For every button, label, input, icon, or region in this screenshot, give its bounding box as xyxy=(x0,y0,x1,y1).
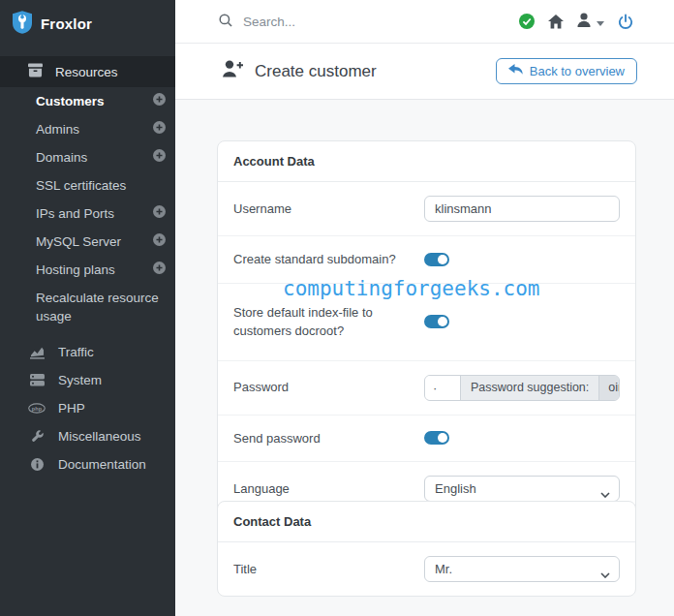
sidebar-item-label: Customers xyxy=(36,92,153,110)
section-title-contact-data: Contact Data xyxy=(218,502,635,542)
server-icon xyxy=(28,374,46,386)
topbar xyxy=(175,0,674,44)
sidebar-item-miscellaneous[interactable]: Miscellaneous xyxy=(0,422,175,450)
language-select[interactable]: English xyxy=(424,476,620,502)
sidebar-item-customers[interactable]: Customers xyxy=(0,87,175,115)
sidebar-item-resources[interactable]: Resources xyxy=(0,56,175,87)
plus-circle-icon[interactable] xyxy=(153,148,166,167)
sidebar-item-label: System xyxy=(58,371,107,389)
content-area: Account Data Username Create standard su… xyxy=(175,101,674,616)
sidebar-item-label: PHP xyxy=(58,399,91,417)
user-menu[interactable] xyxy=(577,13,604,30)
password-input-group: Password suggestion: oin xyxy=(424,375,620,401)
title-select[interactable]: Mr. xyxy=(424,556,620,582)
sidebar-item-label: Hosting plans xyxy=(36,261,153,279)
sidebar-item-admins[interactable]: Admins xyxy=(0,115,175,143)
page-header: Create customer Back to overview xyxy=(175,44,674,100)
sidebar-item-domains[interactable]: Domains xyxy=(0,143,175,171)
froxlor-shield-icon xyxy=(13,11,32,37)
home-icon[interactable] xyxy=(548,15,564,29)
page-title-block: Create customer xyxy=(222,60,377,82)
sidebar: Froxlor Resources Customers Admins xyxy=(0,0,175,616)
send-password-label: Send password xyxy=(233,429,321,448)
send-password-toggle[interactable] xyxy=(424,431,449,445)
store-default-index-label: Store default index-file to customers do… xyxy=(233,303,422,341)
brand-name: Froxlor xyxy=(41,15,92,32)
user-icon xyxy=(577,13,591,30)
sidebar-item-php[interactable]: php PHP xyxy=(0,394,175,422)
form-row-store-default-index: Store default index-file to customers do… xyxy=(218,283,635,360)
search-box[interactable] xyxy=(219,14,427,30)
title-label: Title xyxy=(233,560,257,579)
info-icon xyxy=(28,458,46,471)
plus-circle-icon[interactable] xyxy=(153,232,166,251)
search-input[interactable] xyxy=(243,15,427,29)
person-plus-icon xyxy=(222,60,244,82)
sidebar-item-system[interactable]: System xyxy=(0,366,175,394)
sidebar-item-label: Traffic xyxy=(58,343,100,361)
sidebar-item-label: Resources xyxy=(55,65,118,79)
search-icon xyxy=(219,14,232,30)
status-check-icon[interactable] xyxy=(519,14,535,29)
sidebar-item-label: Recalculate resource usage xyxy=(36,289,166,325)
password-suggestion-label: Password suggestion: xyxy=(461,376,598,400)
username-label: Username xyxy=(233,200,291,219)
language-label: Language xyxy=(233,479,290,499)
section-title-account-data: Account Data xyxy=(218,141,635,182)
caret-down-icon xyxy=(597,15,604,29)
form-row-password: Password Password suggestion: oin xyxy=(218,360,635,415)
sidebar-item-documentation[interactable]: Documentation xyxy=(0,450,175,478)
sidebar-item-label: Documentation xyxy=(58,455,152,474)
plus-circle-icon[interactable] xyxy=(153,92,166,110)
svg-text:php: php xyxy=(32,406,43,412)
form-row-username: Username xyxy=(218,182,635,235)
chart-icon xyxy=(28,346,46,359)
back-to-overview-label: Back to overview xyxy=(530,64,625,78)
sidebar-item-recalculate-resource-usage[interactable]: Recalculate resource usage xyxy=(0,284,175,330)
sidebar-item-mysql-server[interactable]: MySQL Server xyxy=(0,228,175,256)
plus-circle-icon[interactable] xyxy=(153,204,166,223)
page-title: Create customer xyxy=(255,62,377,81)
password-input[interactable] xyxy=(425,376,461,400)
sidebar-item-label: Admins xyxy=(36,120,153,139)
wrench-icon xyxy=(28,430,46,443)
sidebar-item-label: IPs and Ports xyxy=(36,204,153,223)
username-input[interactable] xyxy=(424,196,620,222)
sidebar-item-label: MySQL Server xyxy=(36,232,153,251)
sidebar-item-label: SSL certificates xyxy=(36,176,166,195)
form-row-title: Title Mr. xyxy=(218,542,635,596)
form-row-create-standard-subdomain: Create standard subdomain? xyxy=(218,235,635,283)
contact-data-card: Contact Data Title Mr. xyxy=(217,501,636,597)
password-label: Password xyxy=(233,378,289,397)
sidebar-item-ssl-certificates[interactable]: SSL certificates xyxy=(0,171,175,200)
sidebar-item-label: Miscellaneous xyxy=(58,427,147,446)
form-row-send-password: Send password xyxy=(218,415,635,462)
reply-arrow-icon xyxy=(508,64,523,78)
sidebar-item-label: Domains xyxy=(36,148,153,167)
php-icon: php xyxy=(28,403,46,414)
create-standard-subdomain-toggle[interactable] xyxy=(424,253,449,266)
plus-circle-icon[interactable] xyxy=(153,120,166,139)
power-icon[interactable] xyxy=(618,14,633,30)
topbar-icons xyxy=(519,13,633,30)
box-icon xyxy=(28,63,43,80)
account-data-card: Account Data Username Create standard su… xyxy=(217,140,636,516)
sidebar-item-traffic[interactable]: Traffic xyxy=(0,338,175,366)
plus-circle-icon[interactable] xyxy=(153,261,166,279)
back-to-overview-button[interactable]: Back to overview xyxy=(496,58,637,84)
password-suggestion-value[interactable]: oin xyxy=(598,376,620,400)
create-standard-subdomain-label: Create standard subdomain? xyxy=(233,250,396,269)
sidebar-item-ips-and-ports[interactable]: IPs and Ports xyxy=(0,200,175,228)
store-default-index-toggle[interactable] xyxy=(424,315,449,328)
brand-logo[interactable]: Froxlor xyxy=(0,0,175,46)
sidebar-item-hosting-plans[interactable]: Hosting plans xyxy=(0,256,175,284)
sidebar-nav: Resources Customers Admins Domains SSL c… xyxy=(0,56,175,478)
